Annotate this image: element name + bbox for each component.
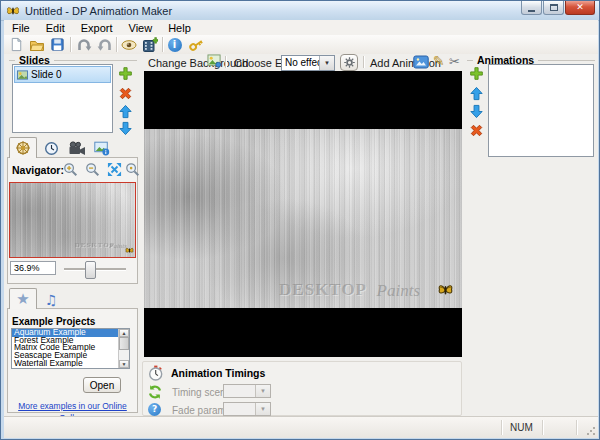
tab-favorites[interactable]: ★ xyxy=(9,288,37,309)
example-item-aquarium[interactable]: Aquarium Example xyxy=(12,329,118,337)
undo-icon xyxy=(76,37,92,53)
tab-timing[interactable] xyxy=(39,138,63,159)
slide-list-item[interactable]: Slide 0 xyxy=(14,66,111,83)
music-note-icon: ♫ xyxy=(45,293,58,307)
animation-picture-icon xyxy=(413,55,429,69)
scroll-down-arrow[interactable]: ▼ xyxy=(119,360,129,368)
close-icon: ✕ xyxy=(576,3,584,12)
open-example-button[interactable]: Open xyxy=(83,377,121,393)
undo-button[interactable] xyxy=(75,36,92,53)
main-toolbar: i xyxy=(4,35,598,55)
slide-thumbnail-icon xyxy=(17,70,28,80)
save-floppy-icon xyxy=(50,37,65,52)
move-slide-up-button[interactable] xyxy=(118,104,133,119)
close-button[interactable]: ✕ xyxy=(565,1,595,15)
slide-label: Slide 0 xyxy=(31,69,62,80)
activation-key-button[interactable] xyxy=(187,36,204,53)
redo-icon xyxy=(97,37,113,53)
slides-list[interactable]: Slide 0 xyxy=(12,64,113,133)
cut-tool-button[interactable]: ✂ xyxy=(449,55,460,68)
zoom-actual-icon xyxy=(125,162,140,177)
navigator-thumbnail[interactable]: DESKTOP Paints xyxy=(9,182,136,258)
zoom-value-input[interactable] xyxy=(10,261,56,275)
zoom-slider-thumb[interactable] xyxy=(85,261,96,279)
effect-settings-button[interactable] xyxy=(340,54,358,71)
new-file-button[interactable] xyxy=(8,36,25,53)
example-item-waterfall[interactable]: Waterfall Example xyxy=(12,360,118,368)
add-animation-item-button[interactable] xyxy=(469,66,484,81)
navigator-zoom-in-button[interactable] xyxy=(63,162,78,177)
menu-edit[interactable]: Edit xyxy=(38,21,73,35)
open-folder-icon xyxy=(29,37,45,53)
dropdown-arrow-icon: ▼ xyxy=(255,403,270,415)
animations-list[interactable] xyxy=(488,64,594,157)
save-file-button[interactable] xyxy=(49,36,66,53)
examples-scrollbar[interactable]: ▲ ▼ xyxy=(118,329,129,368)
navigator-fit-button[interactable] xyxy=(107,162,122,177)
watermark-desktop: DESKTOP xyxy=(279,280,367,300)
arrow-down-icon xyxy=(118,121,133,136)
background-image-icon xyxy=(207,54,222,68)
tab-background-settings[interactable] xyxy=(9,137,37,158)
num-lock-indicator: NUM xyxy=(510,422,533,433)
animation-timings-panel: Animation Timings Timing scene: ▼ ? Fade… xyxy=(142,361,462,416)
navigator-zoom-actual-button[interactable] xyxy=(125,162,140,177)
movie-export-icon xyxy=(142,37,158,53)
move-slide-down-button[interactable] xyxy=(118,121,133,136)
effect-value: No effect xyxy=(282,56,319,70)
thumbnail-butterfly-icon xyxy=(125,246,134,255)
brush-tool-button[interactable]: ✎ xyxy=(433,54,445,68)
menu-export[interactable]: Export xyxy=(73,21,121,35)
butterfly-icon xyxy=(437,282,454,298)
maximize-button[interactable] xyxy=(543,1,564,15)
example-projects-title: Example Projects xyxy=(12,316,95,327)
minimize-button[interactable] xyxy=(521,1,542,15)
open-file-button[interactable] xyxy=(28,36,45,53)
example-item-forest[interactable]: Forest Example xyxy=(12,337,118,345)
add-slide-button[interactable] xyxy=(118,66,133,81)
title-bar[interactable]: Untitled - DP Animation Maker ✕ xyxy=(1,1,599,21)
effect-select[interactable]: No effect ▼ xyxy=(281,55,335,71)
minimize-icon xyxy=(528,10,535,12)
help-icon: ? xyxy=(148,403,161,416)
wheel-icon xyxy=(15,140,31,156)
move-animation-up-button[interactable] xyxy=(469,86,484,101)
dropdown-arrow-icon: ▼ xyxy=(255,385,270,397)
tab-image-properties[interactable] xyxy=(89,138,115,159)
add-animation-button[interactable]: Add Animation xyxy=(370,57,441,69)
tab-camera[interactable] xyxy=(63,138,91,159)
dropdown-arrow-icon: ▼ xyxy=(319,56,334,70)
scroll-thumb[interactable] xyxy=(119,337,129,350)
fade-parameter-select[interactable]: ▼ xyxy=(223,402,271,416)
background-image: DESKTOP Paints xyxy=(144,129,462,308)
preview-button[interactable] xyxy=(120,36,137,53)
resize-grip[interactable] xyxy=(586,426,596,436)
status-bar: NUM xyxy=(4,416,598,438)
info-button[interactable]: i xyxy=(166,36,183,53)
navigator-zoom-out-button[interactable] xyxy=(85,162,100,177)
video-camera-icon xyxy=(69,141,86,156)
menu-bar: File Edit Export View Help xyxy=(4,20,598,35)
timing-scene-select[interactable]: ▼ xyxy=(223,384,271,398)
tab-music[interactable]: ♫ xyxy=(39,289,63,310)
key-icon xyxy=(188,37,204,53)
menu-file[interactable]: File xyxy=(4,21,38,35)
menu-view[interactable]: View xyxy=(121,21,161,35)
example-item-seascape[interactable]: Seascape Example xyxy=(12,352,118,360)
animation-canvas[interactable]: DESKTOP Paints xyxy=(144,71,462,357)
stopwatch-icon xyxy=(148,365,164,381)
example-item-matrix[interactable]: Matrix Code Example xyxy=(12,344,118,352)
export-movie-button[interactable] xyxy=(141,36,158,53)
scroll-up-arrow[interactable]: ▲ xyxy=(119,329,129,337)
navigator-label: Navigator: xyxy=(12,164,64,176)
move-animation-down-button[interactable] xyxy=(469,104,484,119)
menu-help[interactable]: Help xyxy=(160,21,199,35)
delete-slide-button[interactable] xyxy=(118,86,133,101)
example-projects-list[interactable]: Aquarium Example Forest Example Matrix C… xyxy=(11,328,130,369)
animation-gallery-button[interactable] xyxy=(413,55,429,69)
delete-animation-button[interactable] xyxy=(469,123,484,138)
change-background-icon-button[interactable] xyxy=(207,54,222,68)
info-icon: i xyxy=(168,38,182,52)
redo-button[interactable] xyxy=(96,36,113,53)
watermark-paints: Paints xyxy=(377,281,420,301)
